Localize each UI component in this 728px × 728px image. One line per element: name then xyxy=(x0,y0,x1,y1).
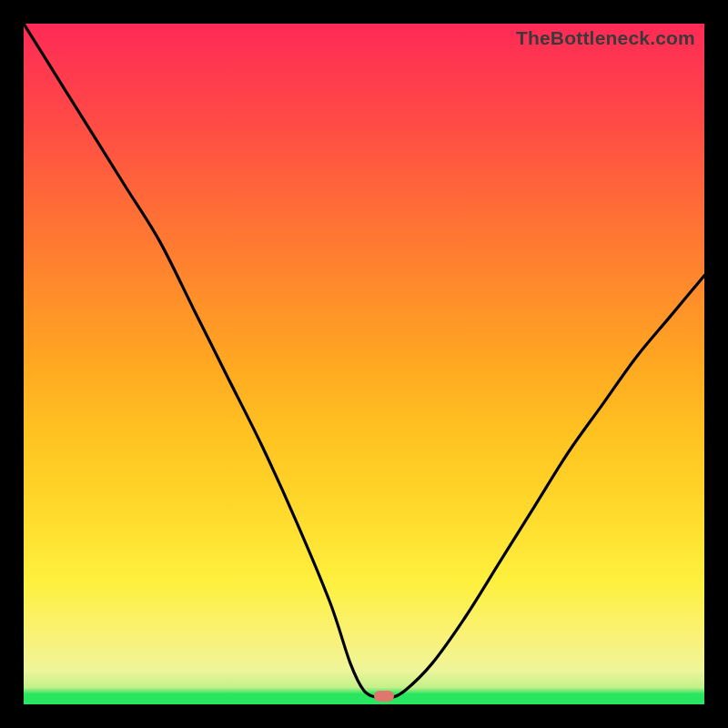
optimum-marker xyxy=(374,691,394,702)
chart-plot-area: TheBottleneck.com xyxy=(24,24,704,704)
chart-frame: TheBottleneck.com xyxy=(0,0,728,728)
bottleneck-curve xyxy=(24,24,704,704)
